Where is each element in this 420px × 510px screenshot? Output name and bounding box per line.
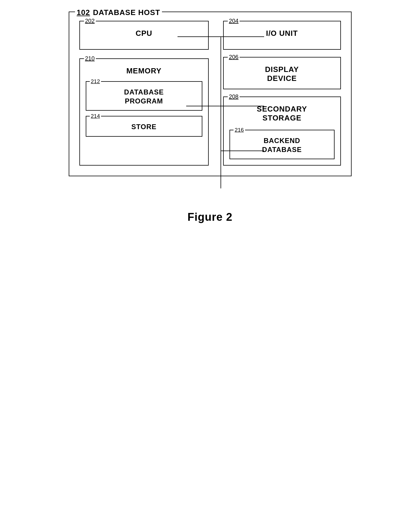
database-program-box: 212 DATABASE PROGRAM [86,81,202,111]
host-ref: 102 [77,8,90,17]
figure-caption: Figure 2 [188,211,233,223]
host-box: 102 DATABASE HOST 202 CPU 210 MEM [69,12,352,176]
left-column: 202 CPU 210 MEMORY 212 [79,21,209,166]
io-title: I/O UNIT [229,29,335,38]
cpu-title: CPU [86,29,202,38]
db-program-ref: 212 [90,78,101,85]
cpu-ref-label: 202 [84,18,96,24]
storage-ref-label: 208 [228,93,240,100]
store-box: 214 STORE [86,116,202,136]
right-column: 204 I/O UNIT 206 DISPLAY DEVICE [209,21,341,166]
store-title: STORE [91,122,197,131]
display-box: 206 DISPLAY DEVICE [223,57,341,89]
backend-db-title: BACKEND DATABASE [235,136,329,154]
memory-ref-label: 210 [84,55,96,62]
storage-box: 208 SECONDARY STORAGE 216 BACK [223,97,341,166]
store-ref: 214 [90,113,101,119]
memory-title: MEMORY [86,66,202,75]
inner-layout: 202 CPU 210 MEMORY 212 [79,21,341,166]
diagram-container: 102 DATABASE HOST 202 CPU 210 MEM [69,12,352,223]
db-program-title: DATABASE PROGRAM [91,88,197,105]
host-title: DATABASE HOST [93,8,160,17]
io-ref-label: 204 [228,18,240,24]
display-ref-label: 206 [228,54,240,60]
backend-db-box: 216 BACKEND DATABASE [229,130,335,159]
storage-title: SECONDARY STORAGE [229,105,335,123]
backend-db-ref: 216 [234,127,245,133]
io-box: 204 I/O UNIT [223,21,341,50]
display-title: DISPLAY DEVICE [229,65,335,83]
cpu-box: 202 CPU [79,21,209,50]
host-label: 102 DATABASE HOST [75,8,162,17]
memory-box: 210 MEMORY 212 DATABASE PROGRAM [79,58,209,166]
memory-contents: 212 DATABASE PROGRAM 214 [86,81,202,137]
